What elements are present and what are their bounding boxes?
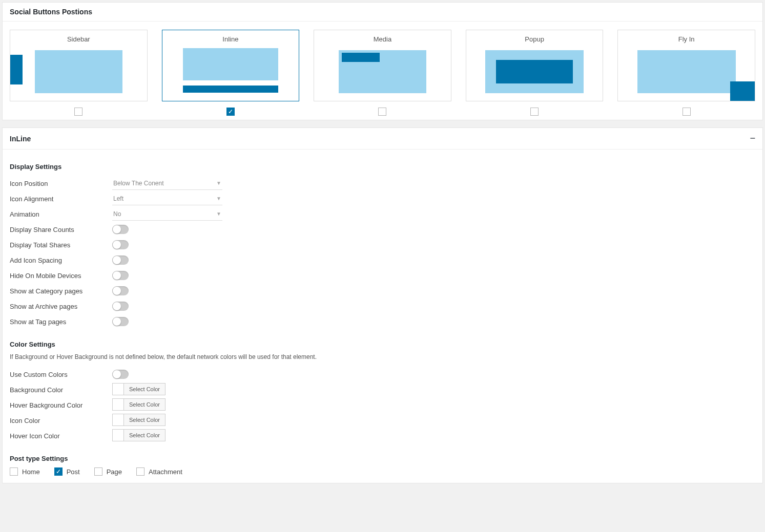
select-value: Below The Conent (113, 180, 164, 187)
chevron-down-icon: ▼ (216, 196, 221, 201)
position-checkbox-flyin[interactable] (683, 108, 691, 116)
position-label: Inline (222, 30, 238, 47)
label-icon-alignment: Icon Alignment (10, 195, 112, 203)
post-type-item-attachment: Attachment (136, 467, 182, 476)
position-card-sidebar[interactable]: Sidebar (10, 30, 148, 101)
color-settings-title: Color Settings (10, 341, 755, 348)
color-swatch (113, 384, 124, 395)
select-value: No (113, 210, 121, 218)
positions-row: Sidebar Inline Media (3, 22, 762, 120)
toggle-hide-on-mobile[interactable] (112, 271, 129, 280)
post-type-item-page: Page (94, 467, 122, 476)
row-background-color: Background Color Select Color (10, 382, 755, 397)
toggle-label: Hide On Mobile Devices (10, 272, 112, 280)
color-swatch (113, 414, 124, 425)
select-color-button-hover-icon[interactable]: Select Color (112, 429, 166, 441)
row-icon-position: Icon Position Below The Conent ▼ (10, 176, 755, 191)
select-color-label: Select Color (124, 417, 165, 423)
row-use-custom-colors: Use Custom Colors (10, 367, 755, 382)
select-color-button-background[interactable]: Select Color (112, 383, 166, 395)
toggle-show-category[interactable] (112, 286, 129, 295)
post-type-item-home: Home (10, 467, 40, 476)
toggle-show-archive[interactable] (112, 302, 129, 311)
inline-panel-title: InLine (10, 135, 31, 143)
color-label: Icon Color (10, 417, 112, 424)
post-type-label: Attachment (149, 468, 182, 476)
position-card-flyin[interactable]: Fly In (617, 30, 755, 101)
chevron-down-icon: ▼ (216, 180, 221, 186)
inline-panel-header[interactable]: InLine − (3, 128, 762, 150)
position-option-inline: Inline (162, 30, 300, 116)
row-show-archive: Show at Archive pages (10, 299, 755, 314)
color-swatch (113, 399, 124, 410)
display-settings-title: Display Settings (10, 163, 755, 171)
post-type-label: Home (22, 468, 40, 476)
row-display-share-counts: Display Share Counts (10, 222, 755, 237)
position-option-flyin: Fly In (617, 30, 755, 116)
position-checkbox-sidebar[interactable] (74, 108, 82, 116)
checkbox-page[interactable] (94, 467, 102, 476)
position-preview (466, 47, 603, 101)
select-color-button-icon[interactable]: Select Color (112, 414, 166, 426)
position-preview (10, 47, 147, 101)
chevron-down-icon: ▼ (216, 211, 221, 217)
color-swatch (113, 430, 124, 441)
positions-panel-title: Social Buttons Postions (10, 8, 92, 16)
position-checkbox-inline[interactable] (226, 108, 235, 116)
label-icon-position: Icon Position (10, 180, 112, 187)
position-option-media: Media (314, 30, 451, 116)
row-show-category: Show at Category pages (10, 283, 755, 299)
toggle-label: Use Custom Colors (10, 371, 112, 378)
checkbox-home[interactable] (10, 467, 18, 476)
position-card-popup[interactable]: Popup (466, 30, 604, 101)
toggle-label: Display Share Counts (10, 226, 112, 233)
toggle-add-icon-spacing[interactable] (112, 256, 129, 265)
toggle-label: Show at Archive pages (10, 303, 112, 310)
position-preview (314, 47, 451, 101)
position-label: Popup (525, 30, 544, 47)
select-color-label: Select Color (124, 432, 165, 438)
position-preview (162, 47, 299, 101)
position-checkbox-popup[interactable] (530, 108, 539, 116)
positions-panel: Social Buttons Postions Sidebar Inline (2, 2, 763, 120)
select-color-label: Select Color (124, 386, 165, 392)
positions-panel-header: Social Buttons Postions (3, 3, 762, 22)
row-hover-background-color: Hover Background Color Select Color (10, 397, 755, 413)
toggle-label: Add Icon Spacing (10, 257, 112, 264)
position-label: Fly In (678, 30, 695, 47)
inline-panel: InLine − Display Settings Icon Position … (2, 127, 763, 483)
color-label: Hover Icon Color (10, 432, 112, 440)
select-icon-position[interactable]: Below The Conent ▼ (112, 177, 222, 190)
color-label: Background Color (10, 386, 112, 394)
position-option-sidebar: Sidebar (10, 30, 148, 116)
row-icon-alignment: Icon Alignment Left ▼ (10, 191, 755, 206)
post-type-label: Page (107, 468, 122, 476)
collapse-icon[interactable]: − (750, 133, 755, 144)
toggle-show-tag[interactable] (112, 317, 129, 326)
color-label: Hover Background Color (10, 401, 112, 409)
row-display-total-shares: Display Total Shares (10, 237, 755, 252)
position-checkbox-media[interactable] (378, 108, 386, 116)
select-value: Left (113, 195, 123, 202)
color-settings-desc: If Background or Hover Background is not… (10, 353, 755, 360)
position-card-media[interactable]: Media (314, 30, 451, 101)
toggle-use-custom-colors[interactable] (112, 370, 129, 379)
toggle-display-total-shares[interactable] (112, 240, 129, 249)
row-animation: Animation No ▼ (10, 206, 755, 222)
checkbox-attachment[interactable] (136, 467, 144, 476)
row-show-tag: Show at Tag pages (10, 314, 755, 329)
row-hide-on-mobile: Hide On Mobile Devices (10, 268, 755, 283)
select-animation[interactable]: No ▼ (112, 208, 222, 221)
post-type-row: Home Post Page Attachment (10, 467, 755, 476)
position-preview (618, 47, 755, 101)
label-animation: Animation (10, 210, 112, 218)
post-type-item-post: Post (54, 467, 80, 476)
position-card-inline[interactable]: Inline (162, 30, 300, 101)
position-label: Sidebar (67, 30, 90, 47)
row-add-icon-spacing: Add Icon Spacing (10, 252, 755, 268)
select-icon-alignment[interactable]: Left ▼ (112, 193, 222, 205)
select-color-button-hover-background[interactable]: Select Color (112, 398, 166, 411)
checkbox-post[interactable] (54, 467, 63, 476)
toggle-label: Show at Tag pages (10, 318, 112, 326)
toggle-display-share-counts[interactable] (112, 225, 129, 234)
